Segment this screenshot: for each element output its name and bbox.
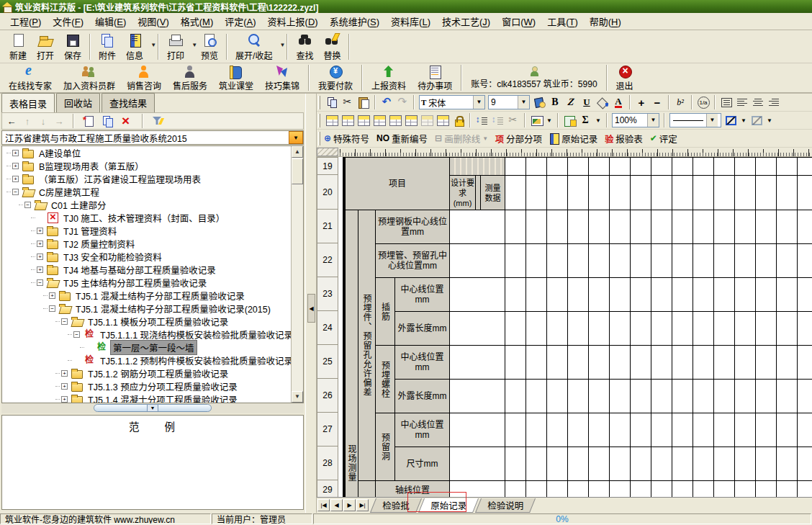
menu-item-7[interactable]: 资料上报(D) (262, 12, 324, 30)
data-cell[interactable] (714, 244, 735, 278)
data-cell[interactable] (777, 210, 798, 244)
zoom-select[interactable]: 100% ▼ (612, 113, 659, 127)
data-cell[interactable] (526, 413, 547, 447)
align-right-button[interactable] (766, 95, 782, 109)
data-cell[interactable] (505, 158, 526, 176)
new-table-icon[interactable] (83, 115, 96, 127)
align-box-button[interactable] (718, 95, 734, 109)
data-cell[interactable] (735, 346, 756, 380)
para-spacing-button[interactable] (490, 113, 505, 127)
cell-striped-header[interactable] (450, 158, 505, 176)
line-spacing-button[interactable] (474, 113, 490, 127)
tree-item[interactable]: −C01 土建部分 (2, 198, 303, 211)
find-button[interactable]: 查找 (291, 32, 318, 62)
data-cell[interactable] (547, 413, 568, 447)
cell-gap[interactable] (476, 176, 481, 210)
data-cell[interactable] (651, 447, 672, 481)
tree-item[interactable]: +TJ0 施工、技术管理资料（封面、目录） (2, 211, 303, 224)
data-cell[interactable] (756, 244, 777, 278)
data-cell[interactable] (547, 158, 568, 176)
row-number[interactable]: 28 (317, 447, 338, 480)
open-button[interactable]: 打开 (32, 32, 59, 62)
info-dropdown-arrow[interactable]: ▼ (150, 42, 156, 48)
insert-image-dropdown[interactable]: ▼ (544, 113, 554, 127)
data-cell[interactable] (631, 312, 651, 346)
data-cell[interactable] (526, 278, 547, 312)
data-cell[interactable] (777, 312, 798, 346)
data-cell[interactable] (777, 278, 798, 312)
cell-item-label[interactable]: 尺寸mm (395, 447, 450, 481)
data-cell[interactable] (693, 380, 714, 413)
cell-item-label[interactable]: 外露长度mm (395, 312, 450, 346)
row-number[interactable]: 19 (317, 157, 338, 175)
data-cell[interactable] (777, 176, 798, 210)
data-cell[interactable] (693, 447, 714, 481)
collapse-icon[interactable]: − (24, 202, 31, 208)
new-button[interactable]: 新建 (4, 32, 32, 62)
fraction-button[interactable]: 1/a (695, 95, 711, 109)
data-cell[interactable] (651, 210, 672, 244)
data-cell[interactable] (526, 346, 547, 380)
print-button[interactable]: 打印▼ (162, 32, 196, 62)
expand-icon[interactable]: + (12, 163, 19, 169)
data-cell[interactable] (798, 312, 812, 346)
cell-measure-data[interactable]: 测量数据 (481, 176, 505, 210)
data-cell[interactable] (777, 158, 798, 176)
data-cell[interactable] (505, 312, 526, 346)
cell-group-label[interactable]: 预埋螺栓 (376, 346, 395, 413)
data-cell[interactable] (714, 346, 735, 380)
data-cell[interactable] (693, 158, 714, 176)
data-cell[interactable] (756, 312, 777, 346)
data-cell[interactable] (568, 346, 589, 380)
cell-item-label[interactable]: 预埋钢板中心线位置mm (376, 210, 450, 244)
data-cell[interactable] (651, 278, 672, 312)
tree-item[interactable]: +检第一层～第一段～墙 (2, 341, 303, 354)
tree-item[interactable]: +TJ5.1 混凝土结构子分部工程质量验收记录 (2, 289, 303, 302)
todo-button[interactable]: 待办事项 (412, 64, 458, 91)
data-cell[interactable] (568, 158, 589, 176)
data-cell[interactable] (735, 413, 756, 447)
data-cell[interactable] (735, 158, 756, 176)
assess-button[interactable]: ✔评定 (650, 132, 677, 145)
data-cell[interactable] (672, 481, 693, 497)
pay-button[interactable]: 我要付款 (312, 64, 358, 91)
toolbar-drag-handle[interactable] (318, 114, 320, 127)
data-cell[interactable] (526, 176, 547, 210)
tree-hscrollbar[interactable]: ▼ (1, 403, 304, 413)
menu-item-12[interactable]: 工具(T) (541, 12, 584, 30)
expand-icon[interactable]: + (61, 370, 68, 377)
data-cell[interactable] (526, 158, 547, 176)
data-cell[interactable] (714, 312, 735, 346)
border-color-dropdown[interactable]: ▼ (739, 113, 749, 127)
cell-header-item[interactable]: 项目 (346, 158, 450, 210)
copy-button[interactable] (324, 95, 340, 109)
data-cell[interactable] (631, 413, 651, 447)
data-cell[interactable] (672, 210, 693, 244)
underline-button[interactable]: U (579, 95, 595, 109)
insert-row-below-button[interactable] (340, 113, 356, 127)
data-cell[interactable] (672, 278, 693, 312)
data-cell[interactable] (610, 176, 631, 210)
font-size-dropdown[interactable]: ▼ (518, 96, 529, 109)
data-cell[interactable] (756, 380, 777, 413)
row-number[interactable]: 24 (317, 311, 338, 345)
data-cell[interactable] (610, 380, 631, 413)
cell-group-label[interactable]: 预留洞 (376, 413, 395, 481)
menu-item-2[interactable]: 文件(F) (47, 12, 89, 30)
left-tab-1[interactable]: 表格目录 (1, 93, 55, 113)
data-cell[interactable] (589, 447, 610, 481)
data-cell[interactable] (568, 380, 589, 413)
data-cell[interactable] (568, 176, 589, 210)
row-number[interactable]: 20 (317, 175, 338, 210)
data-cell[interactable] (589, 346, 610, 380)
panel-collapse-button[interactable]: ▼ (147, 404, 158, 412)
expand-icon[interactable]: + (61, 396, 68, 403)
data-cell[interactable] (547, 447, 568, 481)
row-number[interactable]: 26 (317, 379, 338, 413)
row-number[interactable]: 29 (317, 480, 338, 497)
original-record-button[interactable]: 原始记录 (549, 132, 597, 145)
data-cell[interactable] (798, 176, 812, 210)
expand-icon[interactable]: + (37, 241, 43, 247)
data-cell[interactable] (672, 312, 693, 346)
data-cell[interactable] (631, 447, 651, 481)
